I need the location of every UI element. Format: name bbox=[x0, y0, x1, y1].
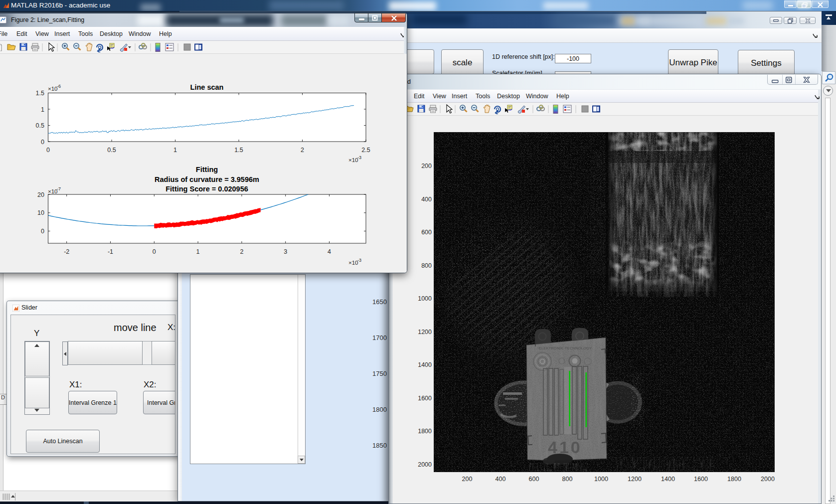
svg-text:-1: -1 bbox=[108, 248, 113, 255]
svg-text:Fitting: Fitting bbox=[196, 166, 218, 173]
svg-text:×10: ×10 bbox=[48, 86, 58, 92]
svg-text:0: 0 bbox=[41, 139, 44, 146]
svg-text:20: 20 bbox=[37, 191, 44, 198]
svg-text:-7: -7 bbox=[57, 186, 61, 191]
svg-text:3: 3 bbox=[284, 248, 287, 255]
svg-text:410: 410 bbox=[548, 438, 582, 457]
svg-text:×10: ×10 bbox=[348, 260, 358, 266]
svg-text:-3: -3 bbox=[357, 155, 361, 160]
svg-text:0: 0 bbox=[41, 228, 44, 235]
svg-text:1: 1 bbox=[41, 106, 44, 113]
svg-text:4: 4 bbox=[328, 248, 331, 255]
svg-text:Radius of curvature = 3.9596m: Radius of curvature = 3.9596m bbox=[155, 175, 259, 183]
svg-text:0: 0 bbox=[46, 147, 50, 154]
svg-text:×10: ×10 bbox=[48, 188, 58, 194]
svg-text:10: 10 bbox=[37, 209, 44, 216]
svg-text:Line scan: Line scan bbox=[190, 83, 224, 91]
svg-text:Fitting Score = 0.020956: Fitting Score = 0.020956 bbox=[166, 185, 248, 193]
svg-text:1.5: 1.5 bbox=[234, 147, 243, 154]
svg-text:2: 2 bbox=[240, 248, 243, 255]
svg-text:1: 1 bbox=[196, 248, 200, 255]
svg-text:-3: -3 bbox=[357, 258, 361, 263]
svg-text:2.5: 2.5 bbox=[361, 147, 370, 154]
svg-text:1: 1 bbox=[173, 147, 177, 154]
svg-text:×10: ×10 bbox=[348, 157, 358, 163]
svg-text:0.5: 0.5 bbox=[36, 122, 44, 129]
svg-text:·ELEKTRONIK·TECHNOLOGY·: ·ELEKTRONIK·TECHNOLOGY· bbox=[537, 346, 593, 350]
svg-text:2: 2 bbox=[301, 147, 304, 154]
svg-text:-6: -6 bbox=[57, 84, 61, 89]
svg-text:0.5: 0.5 bbox=[107, 147, 116, 154]
svg-text:0: 0 bbox=[153, 248, 156, 255]
svg-text:-2: -2 bbox=[64, 248, 69, 255]
svg-text:1.5: 1.5 bbox=[36, 90, 44, 97]
